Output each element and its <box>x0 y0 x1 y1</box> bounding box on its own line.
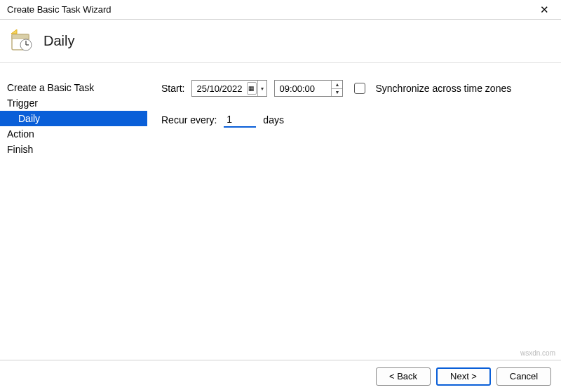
next-button[interactable]: Next > <box>436 367 491 386</box>
wizard-footer: < Back Next > Cancel <box>0 360 561 392</box>
wizard-steps-sidebar: Create a Basic TaskTriggerDailyActionFin… <box>0 63 147 360</box>
wizard-content: Start: 25/10/2022 ▦ ▾ 09:00:00 ▲ ▼ Synch… <box>147 63 561 360</box>
close-icon: ✕ <box>540 4 549 16</box>
sidebar-step-1[interactable]: Trigger <box>0 95 147 111</box>
chevron-down-icon[interactable]: ▾ <box>257 81 266 96</box>
sidebar-step-4[interactable]: Finish <box>0 142 147 157</box>
sidebar-step-0[interactable]: Create a Basic Task <box>0 80 147 95</box>
sidebar-step-2[interactable]: Daily <box>0 111 147 126</box>
watermark: wsxdn.com <box>520 349 555 357</box>
start-time-input[interactable]: 09:00:00 ▲ ▼ <box>274 80 343 97</box>
calendar-icon[interactable]: ▦ <box>247 82 257 95</box>
recur-days-input[interactable] <box>224 112 256 128</box>
time-spinner[interactable]: ▲ ▼ <box>331 81 342 96</box>
start-row: Start: 25/10/2022 ▦ ▾ 09:00:00 ▲ ▼ Synch… <box>161 80 554 97</box>
sync-label: Synchronize across time zones <box>375 83 511 94</box>
start-label: Start: <box>161 83 184 94</box>
sync-checkbox[interactable] <box>354 83 365 94</box>
recur-label: Recur every: <box>161 114 217 126</box>
start-date-input[interactable]: 25/10/2022 ▦ ▾ <box>191 80 267 97</box>
titlebar: Create Basic Task Wizard ✕ <box>0 0 561 20</box>
chevron-down-icon[interactable]: ▼ <box>332 89 342 97</box>
chevron-up-icon[interactable]: ▲ <box>332 81 342 89</box>
sidebar-step-3[interactable]: Action <box>0 126 147 142</box>
recur-unit-label: days <box>263 114 284 126</box>
back-button[interactable]: < Back <box>376 367 431 386</box>
cancel-button[interactable]: Cancel <box>496 367 551 386</box>
wizard-header: Daily <box>0 20 561 63</box>
window-title: Create Basic Task Wizard <box>7 4 111 15</box>
page-title: Daily <box>43 33 74 49</box>
recur-row: Recur every: days <box>161 112 554 128</box>
start-date-value: 25/10/2022 <box>192 83 246 94</box>
calendar-clock-icon <box>10 29 34 53</box>
close-button[interactable]: ✕ <box>533 2 555 18</box>
start-time-value: 09:00:00 <box>275 83 331 94</box>
svg-rect-1 <box>12 34 29 39</box>
wizard-body: Create a Basic TaskTriggerDailyActionFin… <box>0 63 561 360</box>
